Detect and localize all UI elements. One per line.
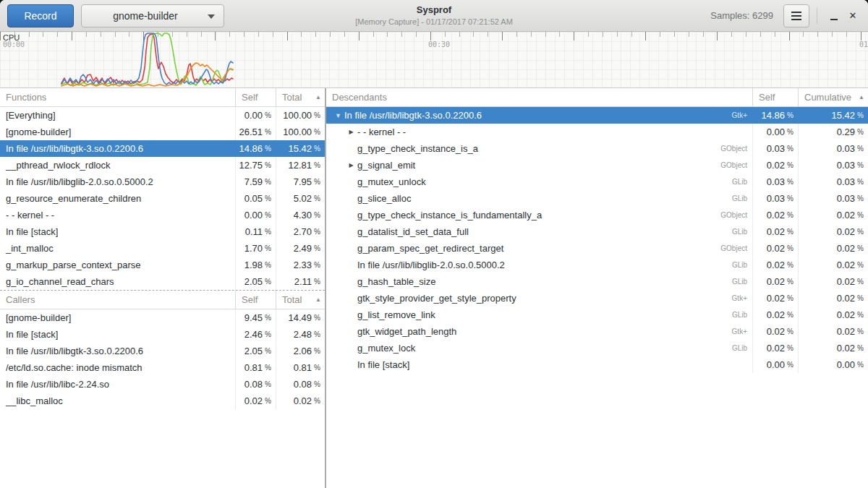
table-row[interactable]: - - kernel - -0.00%4.30% [0, 207, 325, 223]
expander-closed-icon[interactable]: ▶ [346, 129, 356, 135]
expander-open-icon[interactable]: ▼ [333, 112, 343, 119]
cell-function-name: g_io_channel_read_chars [0, 276, 235, 287]
cell-value: 0.02% [798, 240, 868, 257]
left-pane: Functions Self Total ▲ [Everything]0.00%… [0, 88, 325, 488]
library-tag: GLib [732, 344, 752, 352]
column-header-self[interactable]: Self [235, 88, 276, 106]
table-row[interactable]: In file /usr/lib/libgtk-3.so.0.2200.614.… [0, 140, 325, 157]
cell-function-name: g_type_check_instance_is_aGObject [326, 143, 752, 154]
library-tag: Gtk+ [732, 328, 752, 335]
cell-value: 1.70% [235, 240, 276, 257]
table-row[interactable]: g_io_channel_read_chars2.05%2.11% [0, 273, 325, 290]
table-row[interactable]: g_type_check_instance_is_fundamentally_a… [326, 207, 868, 223]
descendants-header: Descendants Self Cumulative ▲ [326, 88, 868, 107]
column-header-self[interactable]: Self [752, 88, 798, 106]
table-row[interactable]: In file [stack]0.00%0.00% [326, 356, 868, 373]
library-tag: Gtk+ [732, 294, 752, 302]
time-tick-label: 00:30 [428, 40, 450, 48]
column-header-descendants[interactable]: Descendants [326, 92, 752, 103]
table-row[interactable]: __libc_malloc0.02%0.02% [0, 393, 325, 409]
cell-value: 0.08% [276, 376, 325, 393]
cell-value: 2.05% [235, 273, 276, 290]
table-row[interactable]: g_param_spec_get_redirect_targetGObject0… [326, 240, 868, 257]
cell-value: 0.02% [798, 290, 868, 307]
table-row[interactable]: In file [stack]0.11%2.70% [0, 223, 325, 240]
cell-value: 0.05% [235, 190, 276, 207]
time-tick-label: 01:00 [859, 40, 868, 48]
table-row[interactable]: g_type_check_instance_is_aGObject0.03%0.… [326, 140, 868, 157]
minimize-button[interactable] [825, 7, 843, 25]
column-header-self[interactable]: Self [235, 291, 276, 309]
column-header-functions[interactable]: Functions [0, 92, 235, 103]
cell-value: 7.59% [235, 174, 276, 190]
cell-function-name: g_mutex_unlockGLib [326, 176, 752, 187]
close-button[interactable]: ✕ [843, 7, 862, 25]
cell-value: 0.02% [752, 157, 798, 174]
cell-function-name: [gnome-builder] [0, 127, 235, 137]
cell-function-name: __libc_malloc [0, 395, 235, 406]
table-row[interactable]: In file /usr/lib/libgtk-3.so.0.2200.62.0… [0, 343, 325, 359]
menu-button[interactable] [783, 4, 809, 27]
functions-table: [Everything]0.00%100.00%[gnome-builder]2… [0, 107, 325, 290]
table-row[interactable]: In file /usr/lib/libglib-2.0.so.0.5000.2… [0, 174, 325, 190]
cell-value: 0.02% [752, 273, 798, 290]
table-row[interactable]: ▶- - kernel - -0.00%0.29% [326, 124, 868, 140]
left-pane-filler [0, 409, 325, 488]
cell-function-name: gtk_widget_path_lengthGtk+ [326, 326, 752, 337]
callers-section: Callers Self Total ▲ [gnome-builder]9.45… [0, 290, 325, 409]
table-row[interactable]: gtk_style_provider_get_style_propertyGtk… [326, 290, 868, 307]
table-row[interactable]: g_mutex_unlockGLib0.03%0.03% [326, 174, 868, 190]
cell-function-name: g_hash_table_sizeGLib [326, 276, 752, 287]
table-row[interactable]: g_mutex_lockGLib0.02%0.02% [326, 340, 868, 356]
table-row[interactable]: In file [stack]2.46%2.48% [0, 326, 325, 343]
table-row[interactable]: [Everything]0.00%100.00% [0, 107, 325, 124]
cell-value: 7.95% [276, 174, 325, 190]
table-row[interactable]: ▼In file /usr/lib/libgtk-3.so.0.2200.6Gt… [326, 107, 868, 124]
expander-closed-icon[interactable]: ▶ [346, 162, 356, 168]
column-header-total[interactable]: Total ▲ [276, 291, 325, 309]
cell-value: 14.86% [235, 140, 276, 157]
library-tag: GLib [732, 261, 752, 269]
table-row[interactable]: ▶g_signal_emitGObject0.02%0.03% [326, 157, 868, 174]
cell-value: 2.33% [276, 257, 325, 273]
cell-function-name: In file [stack] [0, 329, 235, 340]
table-row[interactable]: g_datalist_id_set_data_fullGLib0.02%0.02… [326, 223, 868, 240]
table-row[interactable]: /etc/ld.so.cache: inode mismatch0.81%0.8… [0, 359, 325, 376]
cell-value: 0.29% [798, 124, 868, 140]
column-header-callers[interactable]: Callers [0, 294, 235, 305]
table-row[interactable]: [gnome-builder]26.51%100.00% [0, 124, 325, 140]
cell-value: 2.06% [276, 343, 325, 359]
library-tag: GLib [732, 228, 752, 236]
cell-value: 9.45% [235, 309, 276, 326]
table-row[interactable]: g_markup_parse_context_parse1.98%2.33% [0, 257, 325, 273]
table-row[interactable]: _int_malloc1.70%2.49% [0, 240, 325, 257]
table-row[interactable]: g_slice_allocGLib0.03%0.03% [326, 190, 868, 207]
table-row[interactable]: [gnome-builder]9.45%14.49% [0, 309, 325, 326]
cpu-graph[interactable]: CPU 00:0000:3001:00 [0, 32, 868, 88]
table-row[interactable]: g_resource_enumerate_children0.05%5.02% [0, 190, 325, 207]
cell-value: 0.00% [798, 356, 868, 373]
cell-value: 5.02% [276, 190, 325, 207]
table-row[interactable]: In file /usr/lib/libglib-2.0.so.0.5000.2… [326, 257, 868, 273]
table-row[interactable]: g_hash_table_sizeGLib0.02%0.02% [326, 273, 868, 290]
cell-value: 0.03% [798, 174, 868, 190]
sort-ascending-icon: ▲ [315, 296, 325, 303]
cell-value: 0.81% [235, 359, 276, 376]
cell-value: 0.03% [752, 190, 798, 207]
callers-table: [gnome-builder]9.45%14.49%In file [stack… [0, 309, 325, 409]
target-process-selector[interactable]: gnome-builder [81, 4, 224, 27]
column-header-cumulative[interactable]: Cumulative ▲ [798, 88, 868, 106]
cell-value: 14.49% [276, 309, 325, 326]
library-tag: GLib [732, 278, 752, 286]
table-row[interactable]: gtk_widget_path_lengthGtk+0.02%0.02% [326, 323, 868, 340]
cell-function-name: _int_malloc [0, 243, 235, 254]
cell-value: 0.03% [752, 140, 798, 157]
column-header-total[interactable]: Total ▲ [276, 88, 325, 106]
record-button[interactable]: Record [7, 4, 74, 27]
table-row[interactable]: g_list_remove_linkGLib0.02%0.02% [326, 307, 868, 323]
library-tag: Gtk+ [732, 111, 752, 119]
cell-value: 100.00% [276, 107, 325, 124]
table-row[interactable]: In file /usr/lib/libc-2.24.so0.08%0.08% [0, 376, 325, 393]
table-row[interactable]: __pthread_rwlock_rdlock12.75%12.81% [0, 157, 325, 174]
cell-value: 0.02% [798, 207, 868, 223]
